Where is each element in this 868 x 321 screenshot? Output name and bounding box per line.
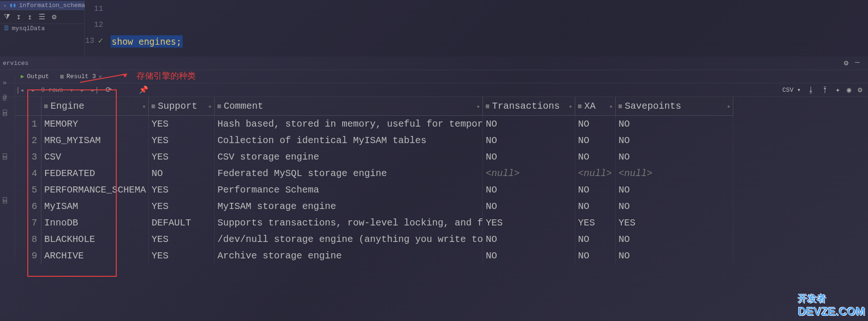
sidebar-tab-mysqldata[interactable]: ☰ mysqlData (0, 24, 84, 33)
hide-icon[interactable]: — (855, 58, 860, 68)
column-header-comment[interactable]: ▦Comment◆ (215, 97, 483, 116)
cell-savepoints[interactable]: NO (616, 231, 733, 248)
row-number[interactable]: 3 (15, 149, 41, 165)
cell-comment[interactable]: Hash based, stored in memory, useful for… (215, 116, 483, 132)
cell-support[interactable]: YES (149, 231, 215, 248)
cell-savepoints[interactable]: NO (616, 132, 733, 149)
row-number[interactable]: 2 (15, 132, 41, 149)
cell-savepoints[interactable]: YES (616, 215, 733, 231)
tree-item-information-schema[interactable]: ▸ ▮▮ information_schema (0, 1, 84, 10)
cell-savepoints[interactable]: NO (616, 116, 733, 132)
column-header-support[interactable]: ▦Support◆ (149, 97, 215, 116)
cell-support[interactable]: YES (149, 116, 215, 132)
first-page-icon[interactable]: |◂ (16, 86, 24, 94)
column-icon: ▦ (578, 103, 581, 110)
at-icon[interactable]: @ (0, 90, 15, 105)
cell-savepoints[interactable]: NO (616, 198, 733, 215)
cell-xa[interactable]: NO (575, 116, 616, 132)
settings-icon[interactable]: ⚙ (844, 58, 849, 68)
cell-transactions[interactable]: NO (483, 231, 575, 248)
cell-support[interactable]: YES (149, 182, 215, 198)
cell-support[interactable]: YES (149, 198, 215, 215)
code-editor[interactable]: show engines; (111, 0, 183, 56)
cell-savepoints[interactable]: NO (616, 149, 733, 165)
cell-engine[interactable]: BLACKHOLE (41, 231, 149, 248)
cell-transactions[interactable]: YES (483, 215, 575, 231)
column-header-transactions[interactable]: ▦Transactions◆ (483, 97, 575, 116)
cell-comment[interactable]: Performance Schema (215, 182, 483, 198)
cell-engine[interactable]: ARCHIVE (41, 248, 149, 264)
upload-icon[interactable]: ⭱ (821, 86, 829, 95)
cell-xa[interactable]: NO (575, 182, 616, 198)
list-icon[interactable]: ☰ (39, 12, 45, 22)
eye-icon[interactable]: ◉ (847, 85, 852, 95)
cell-savepoints[interactable]: <null> (616, 165, 733, 182)
cell-transactions[interactable]: NO (483, 149, 575, 165)
db-icon[interactable]: ⌸ (0, 149, 15, 165)
cell-support[interactable]: NO (149, 165, 215, 182)
cell-support[interactable]: DEFAULT (149, 215, 215, 231)
cell-comment[interactable]: CSV storage engine (215, 149, 483, 165)
cell-engine[interactable]: MyISAM (41, 198, 149, 215)
sort-desc-icon[interactable]: ↥ (28, 12, 32, 22)
row-number[interactable]: 8 (15, 231, 41, 248)
last-page-icon[interactable]: ▸| (91, 86, 99, 94)
cell-engine[interactable]: InnoDB (41, 215, 149, 231)
row-number[interactable]: 1 (15, 116, 41, 132)
row-number[interactable]: 9 (15, 248, 41, 264)
cell-transactions[interactable]: NO (483, 116, 575, 132)
cell-savepoints[interactable]: NO (616, 248, 733, 264)
db-icon[interactable]: ⌸ (0, 105, 15, 121)
cell-comment[interactable]: Collection of identical MyISAM tables (215, 132, 483, 149)
cell-support[interactable]: YES (149, 248, 215, 264)
cell-transactions[interactable]: <null> (483, 165, 575, 182)
cell-comment[interactable]: Federated MySQL storage engine (215, 165, 483, 182)
column-icon: ▦ (486, 103, 489, 110)
cell-xa[interactable]: NO (575, 132, 616, 149)
gear-icon[interactable]: ⚙ (52, 12, 56, 22)
cell-xa[interactable]: YES (575, 215, 616, 231)
cell-xa[interactable]: NO (575, 248, 616, 264)
settings-icon[interactable]: ⚙ (858, 85, 862, 95)
row-number[interactable]: 7 (15, 215, 41, 231)
cell-engine[interactable]: PERFORMANCE_SCHEMA (41, 182, 149, 198)
cell-savepoints[interactable]: NO (616, 182, 733, 198)
sort-asc-icon[interactable]: ↧ (16, 12, 21, 22)
prev-page-icon[interactable]: ◂ (31, 86, 34, 94)
filter-icon[interactable]: ⧩ (4, 13, 10, 22)
cell-transactions[interactable]: NO (483, 248, 575, 264)
cell-engine[interactable]: MEMORY (41, 116, 149, 132)
cell-support[interactable]: YES (149, 132, 215, 149)
refresh-icon[interactable]: ⟳ (105, 85, 112, 95)
download-icon[interactable]: ⭳ (807, 86, 815, 95)
cell-engine[interactable]: FEDERATED (41, 165, 149, 182)
tab-output[interactable]: ▶ Output (19, 72, 51, 81)
cell-engine[interactable]: CSV (41, 149, 149, 165)
next-page-icon[interactable]: ▸ (80, 86, 84, 94)
cell-xa[interactable]: NO (575, 149, 616, 165)
column-header-savepoints[interactable]: ▦Savepoints◆ (616, 97, 733, 116)
column-header-xa[interactable]: ▦XA◆ (575, 97, 616, 116)
row-number[interactable]: 4 (15, 165, 41, 182)
auto-icon[interactable]: ✦ (836, 85, 840, 95)
cell-transactions[interactable]: NO (483, 132, 575, 149)
cell-xa[interactable]: <null> (575, 165, 616, 182)
pin-icon[interactable]: 📌 (139, 85, 148, 95)
db-icon[interactable]: ⌸ (0, 193, 15, 209)
cell-comment[interactable]: Archive storage engine (215, 248, 483, 264)
cell-xa[interactable]: NO (575, 231, 616, 248)
cell-transactions[interactable]: NO (483, 198, 575, 215)
cell-engine[interactable]: MRG_MYISAM (41, 132, 149, 149)
cell-comment[interactable]: MyISAM storage engine (215, 198, 483, 215)
bullet-icon[interactable]: » (0, 75, 15, 90)
cell-comment[interactable]: /dev/null storage engine (anything you w… (215, 231, 483, 248)
column-header-engine[interactable]: ▦Engine◆ (41, 97, 149, 116)
cell-xa[interactable]: NO (575, 198, 616, 215)
export-format-dropdown[interactable]: CSV ▾ (782, 86, 801, 94)
cell-transactions[interactable]: NO (483, 182, 575, 198)
cell-comment[interactable]: Supports transactions, row-level locking… (215, 215, 483, 231)
cell-support[interactable]: YES (149, 149, 215, 165)
row-number[interactable]: 6 (15, 198, 41, 215)
chevron-down-icon[interactable]: ▾ (70, 86, 73, 94)
row-number[interactable]: 5 (15, 182, 41, 198)
